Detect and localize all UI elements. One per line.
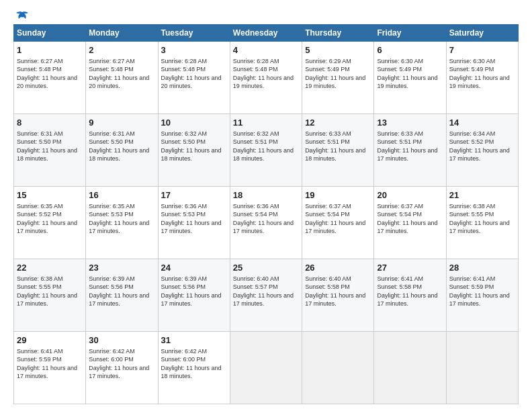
- day-number: 11: [233, 117, 299, 129]
- day-info: Sunrise: 6:30 AMSunset: 5:49 PMDaylight:…: [377, 57, 443, 91]
- calendar-day-cell: 27Sunrise: 6:41 AMSunset: 5:58 PMDayligh…: [374, 259, 446, 332]
- day-number: 27: [377, 262, 443, 274]
- calendar-day-cell: 17Sunrise: 6:36 AMSunset: 5:53 PMDayligh…: [158, 187, 230, 259]
- day-number: 26: [305, 262, 371, 274]
- day-info: Sunrise: 6:32 AMSunset: 5:50 PMDaylight:…: [161, 130, 227, 163]
- calendar-day-cell: 29Sunrise: 6:41 AMSunset: 5:59 PMDayligh…: [14, 332, 86, 404]
- calendar-day-cell: [302, 332, 374, 404]
- calendar-day-cell: 19Sunrise: 6:37 AMSunset: 5:54 PMDayligh…: [302, 187, 374, 259]
- day-info: Sunrise: 6:39 AMSunset: 5:56 PMDaylight:…: [161, 275, 227, 308]
- day-number: 13: [377, 117, 443, 129]
- calendar-day-cell: 28Sunrise: 6:41 AMSunset: 5:59 PMDayligh…: [446, 259, 518, 332]
- calendar-day-cell: 11Sunrise: 6:32 AMSunset: 5:51 PMDayligh…: [230, 114, 302, 187]
- day-number: 18: [233, 189, 299, 201]
- calendar-day-cell: 1Sunrise: 6:27 AMSunset: 5:48 PMDaylight…: [14, 42, 86, 114]
- calendar-week-row: 15Sunrise: 6:35 AMSunset: 5:52 PMDayligh…: [14, 187, 519, 259]
- calendar-day-cell: 30Sunrise: 6:42 AMSunset: 6:00 PMDayligh…: [86, 332, 158, 404]
- day-number: 20: [377, 189, 443, 201]
- calendar-day-cell: 23Sunrise: 6:39 AMSunset: 5:56 PMDayligh…: [86, 259, 158, 332]
- day-number: 5: [305, 44, 371, 56]
- day-info: Sunrise: 6:41 AMSunset: 5:58 PMDaylight:…: [377, 275, 443, 308]
- day-info: Sunrise: 6:31 AMSunset: 5:50 PMDaylight:…: [17, 130, 83, 163]
- day-number: 24: [161, 262, 227, 274]
- calendar-header-sunday: Sunday: [14, 25, 86, 42]
- calendar-day-cell: [446, 332, 518, 404]
- header: [13, 11, 519, 20]
- calendar-day-cell: 10Sunrise: 6:32 AMSunset: 5:50 PMDayligh…: [158, 114, 230, 187]
- day-number: 15: [17, 189, 83, 201]
- day-info: Sunrise: 6:31 AMSunset: 5:50 PMDaylight:…: [89, 130, 154, 163]
- day-info: Sunrise: 6:27 AMSunset: 5:48 PMDaylight:…: [17, 57, 83, 91]
- calendar-header-monday: Monday: [86, 25, 158, 42]
- calendar-day-cell: 21Sunrise: 6:38 AMSunset: 5:55 PMDayligh…: [446, 187, 518, 259]
- calendar-day-cell: 8Sunrise: 6:31 AMSunset: 5:50 PMDaylight…: [14, 114, 86, 187]
- calendar-day-cell: 4Sunrise: 6:28 AMSunset: 5:48 PMDaylight…: [230, 42, 302, 114]
- calendar-header-friday: Friday: [374, 25, 446, 42]
- day-number: 12: [305, 117, 371, 129]
- calendar-day-cell: 13Sunrise: 6:33 AMSunset: 5:51 PMDayligh…: [374, 114, 446, 187]
- day-number: 23: [89, 262, 154, 274]
- calendar-day-cell: [374, 332, 446, 404]
- day-number: 17: [161, 189, 227, 201]
- calendar-week-row: 1Sunrise: 6:27 AMSunset: 5:48 PMDaylight…: [14, 42, 519, 114]
- day-number: 16: [89, 189, 154, 201]
- day-info: Sunrise: 6:27 AMSunset: 5:48 PMDaylight:…: [89, 57, 154, 91]
- day-info: Sunrise: 6:36 AMSunset: 5:54 PMDaylight:…: [233, 202, 299, 236]
- day-number: 6: [377, 44, 443, 56]
- day-info: Sunrise: 6:41 AMSunset: 5:59 PMDaylight:…: [17, 347, 83, 381]
- day-info: Sunrise: 6:29 AMSunset: 5:49 PMDaylight:…: [305, 57, 371, 91]
- day-info: Sunrise: 6:35 AMSunset: 5:53 PMDaylight:…: [89, 202, 154, 236]
- day-info: Sunrise: 6:28 AMSunset: 5:48 PMDaylight:…: [233, 57, 299, 91]
- calendar-header-row: SundayMondayTuesdayWednesdayThursdayFrid…: [14, 25, 519, 42]
- calendar-day-cell: 2Sunrise: 6:27 AMSunset: 5:48 PMDaylight…: [86, 42, 158, 114]
- calendar-day-cell: 7Sunrise: 6:30 AMSunset: 5:49 PMDaylight…: [446, 42, 518, 114]
- day-number: 30: [89, 334, 154, 347]
- calendar-week-row: 22Sunrise: 6:38 AMSunset: 5:55 PMDayligh…: [14, 259, 519, 332]
- calendar-header-wednesday: Wednesday: [230, 25, 302, 42]
- day-number: 29: [17, 334, 83, 347]
- calendar-day-cell: 12Sunrise: 6:33 AMSunset: 5:51 PMDayligh…: [302, 114, 374, 187]
- calendar-header-saturday: Saturday: [446, 25, 518, 42]
- calendar-day-cell: 24Sunrise: 6:39 AMSunset: 5:56 PMDayligh…: [158, 259, 230, 332]
- calendar-day-cell: 5Sunrise: 6:29 AMSunset: 5:49 PMDaylight…: [302, 42, 374, 114]
- day-number: 31: [161, 334, 227, 347]
- day-info: Sunrise: 6:33 AMSunset: 5:51 PMDaylight:…: [377, 130, 443, 163]
- calendar-day-cell: 22Sunrise: 6:38 AMSunset: 5:55 PMDayligh…: [14, 259, 86, 332]
- day-number: 22: [17, 262, 83, 274]
- day-info: Sunrise: 6:28 AMSunset: 5:48 PMDaylight:…: [161, 57, 227, 91]
- day-info: Sunrise: 6:38 AMSunset: 5:55 PMDaylight:…: [17, 275, 83, 308]
- day-number: 8: [17, 117, 83, 129]
- day-number: 19: [305, 189, 371, 201]
- day-number: 3: [161, 44, 227, 56]
- day-number: 25: [233, 262, 299, 274]
- day-info: Sunrise: 6:33 AMSunset: 5:51 PMDaylight:…: [305, 130, 371, 163]
- day-info: Sunrise: 6:41 AMSunset: 5:59 PMDaylight:…: [449, 275, 515, 308]
- day-info: Sunrise: 6:37 AMSunset: 5:54 PMDaylight:…: [305, 202, 371, 236]
- calendar-day-cell: 25Sunrise: 6:40 AMSunset: 5:57 PMDayligh…: [230, 259, 302, 332]
- calendar-week-row: 29Sunrise: 6:41 AMSunset: 5:59 PMDayligh…: [14, 332, 519, 404]
- calendar-day-cell: 16Sunrise: 6:35 AMSunset: 5:53 PMDayligh…: [86, 187, 158, 259]
- day-info: Sunrise: 6:42 AMSunset: 6:00 PMDaylight:…: [89, 347, 154, 381]
- day-number: 4: [233, 44, 299, 56]
- calendar-day-cell: 6Sunrise: 6:30 AMSunset: 5:49 PMDaylight…: [374, 42, 446, 114]
- day-number: 21: [449, 189, 515, 201]
- calendar-day-cell: 3Sunrise: 6:28 AMSunset: 5:48 PMDaylight…: [158, 42, 230, 114]
- calendar-week-row: 8Sunrise: 6:31 AMSunset: 5:50 PMDaylight…: [14, 114, 519, 187]
- calendar-day-cell: 26Sunrise: 6:40 AMSunset: 5:58 PMDayligh…: [302, 259, 374, 332]
- day-info: Sunrise: 6:40 AMSunset: 5:58 PMDaylight:…: [305, 275, 371, 308]
- day-info: Sunrise: 6:32 AMSunset: 5:51 PMDaylight:…: [233, 130, 299, 163]
- day-info: Sunrise: 6:30 AMSunset: 5:49 PMDaylight:…: [449, 57, 515, 91]
- calendar-day-cell: 14Sunrise: 6:34 AMSunset: 5:52 PMDayligh…: [446, 114, 518, 187]
- calendar-day-cell: [230, 332, 302, 404]
- day-number: 10: [161, 117, 227, 129]
- calendar-day-cell: 18Sunrise: 6:36 AMSunset: 5:54 PMDayligh…: [230, 187, 302, 259]
- day-info: Sunrise: 6:34 AMSunset: 5:52 PMDaylight:…: [449, 130, 515, 163]
- calendar-day-cell: 20Sunrise: 6:37 AMSunset: 5:54 PMDayligh…: [374, 187, 446, 259]
- calendar-table: SundayMondayTuesdayWednesdayThursdayFrid…: [13, 24, 519, 404]
- day-number: 7: [449, 44, 515, 56]
- day-info: Sunrise: 6:37 AMSunset: 5:54 PMDaylight:…: [377, 202, 443, 236]
- day-number: 28: [449, 262, 515, 274]
- day-info: Sunrise: 6:40 AMSunset: 5:57 PMDaylight:…: [233, 275, 299, 308]
- day-info: Sunrise: 6:38 AMSunset: 5:55 PMDaylight:…: [449, 202, 515, 236]
- page: SundayMondayTuesdayWednesdayThursdayFrid…: [0, 0, 532, 411]
